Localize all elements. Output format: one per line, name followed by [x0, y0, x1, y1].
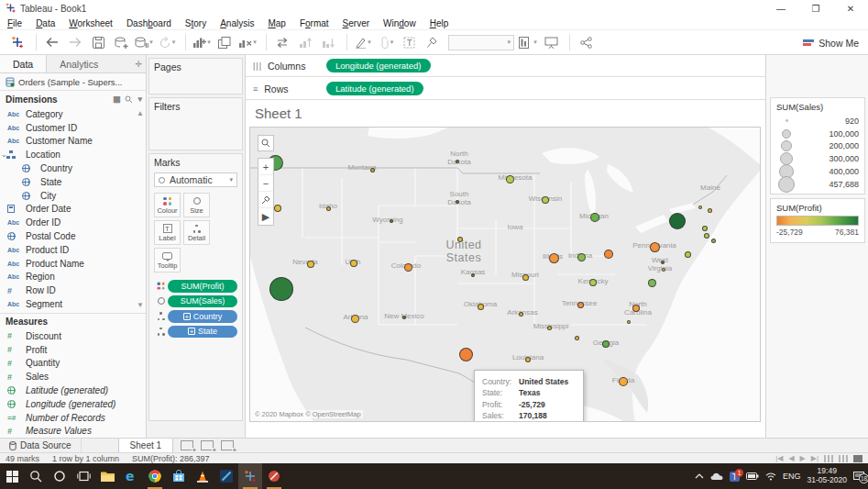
undo-button[interactable] — [42, 32, 62, 52]
action-center-icon[interactable]: 18 — [853, 472, 864, 482]
marks-pill-sum-profit-[interactable]: SUM(Profit) — [154, 280, 237, 293]
new-dashboard-tab-button[interactable] — [201, 440, 214, 450]
map-tools-button[interactable]: ▶ — [258, 208, 273, 225]
dimension-order-date[interactable]: Order Date — [0, 203, 146, 217]
dimension-state[interactable]: State — [0, 175, 146, 189]
minimize-button[interactable]: — — [764, 0, 798, 17]
taskbar-tableau-icon[interactable] — [238, 463, 262, 489]
show-sheet-icon[interactable] — [853, 455, 863, 462]
measure-number-of-records[interactable]: =#Number of Records — [0, 411, 146, 425]
map-mark-oregon[interactable] — [274, 205, 281, 212]
map-mark-connecticut[interactable] — [704, 233, 709, 239]
next-page-icon[interactable]: ▶ — [800, 454, 806, 462]
clock[interactable]: 19:49 31-05-2020 — [808, 467, 847, 485]
dimension-postal-code[interactable]: Postal Code — [0, 229, 146, 243]
map-mark-arizona[interactable] — [351, 315, 359, 323]
sort-ascending-button[interactable] — [295, 32, 315, 52]
duplicate-sheet-button[interactable] — [214, 32, 235, 52]
dimension-customer-name[interactable]: AbcCustomer Name — [0, 135, 146, 149]
data-source-tab[interactable]: Data Source — [0, 439, 82, 452]
sheet-title[interactable]: Sheet 1 — [255, 106, 302, 121]
menu-dashboard[interactable]: Dashboard — [126, 18, 171, 28]
tableau-home-button[interactable] — [7, 32, 27, 52]
fit-axis-button[interactable]: ▾ — [518, 32, 538, 52]
map-mark-ohio[interactable] — [604, 250, 613, 259]
new-worksheet-tab-button[interactable] — [181, 440, 193, 450]
menu-format[interactable]: Format — [300, 18, 329, 28]
annotation-button[interactable]: ▾ — [376, 32, 396, 52]
taskbar-vlc-icon[interactable] — [191, 463, 214, 489]
tab-analytics[interactable]: Analytics — [47, 55, 111, 72]
dimension-row-id[interactable]: #Row ID — [0, 283, 146, 297]
map-mark-north-carolina[interactable] — [632, 305, 640, 312]
measure-latitude-generated-[interactable]: Latitude (generated) — [0, 383, 146, 397]
dimension-region[interactable]: AbcRegion — [0, 271, 146, 284]
dimension-category[interactable]: AbcCategory — [0, 107, 146, 121]
last-page-icon[interactable]: ▶| — [811, 454, 819, 462]
view-data-icon[interactable]: ▦ — [113, 94, 121, 104]
taskbar-start-icon[interactable] — [0, 463, 24, 489]
taskbar-search-icon[interactable] — [24, 463, 48, 489]
close-button[interactable]: ✕ — [833, 0, 868, 17]
map-mark-texas[interactable] — [459, 348, 473, 361]
map-mark-montana[interactable] — [370, 168, 375, 172]
taskbar-cortana-icon[interactable] — [48, 463, 71, 489]
measure-quantity[interactable]: #Quantity — [0, 357, 146, 371]
save-button[interactable] — [88, 32, 108, 52]
colour-button[interactable]: Colour — [154, 193, 181, 217]
map-mark-missouri[interactable] — [522, 274, 529, 281]
sort-fields-icon[interactable]: ▾ — [137, 94, 142, 104]
share-button[interactable] — [576, 32, 596, 52]
map-mark-wisconsin[interactable] — [542, 196, 549, 204]
rows-pill[interactable]: Latitude (generated) — [326, 82, 423, 95]
map-mark-arkansas[interactable] — [519, 312, 523, 317]
teams-icon[interactable]: T1 — [730, 472, 740, 482]
fit-selector[interactable]: ▾ — [448, 35, 514, 50]
map-search-button[interactable] — [258, 135, 274, 151]
show-me-button[interactable]: Show Me — [803, 30, 859, 55]
menu-data[interactable]: Data — [36, 18, 55, 28]
map-mark-south-carolina[interactable] — [627, 320, 631, 324]
clear-sheet-button[interactable]: ▾ — [237, 32, 258, 52]
onedrive-icon[interactable] — [710, 472, 723, 481]
measure-profit[interactable]: #Profit — [0, 343, 146, 357]
map-mark-massachusetts[interactable] — [702, 226, 708, 231]
menu-map[interactable]: Map — [268, 18, 285, 28]
map-mark-wyoming[interactable] — [390, 219, 393, 223]
map-mark-tennessee[interactable] — [577, 302, 584, 308]
sort-descending-button[interactable] — [318, 32, 338, 52]
measure-sales[interactable]: #Sales — [0, 370, 146, 383]
taskbar-taskview-icon[interactable] — [71, 463, 95, 489]
map-mark-new-york[interactable] — [669, 213, 686, 229]
pin-icon[interactable]: ✛ — [135, 60, 142, 69]
measure-longitude-generated-[interactable]: Longitude (generated) — [0, 397, 146, 411]
show-filmstrip-icon[interactable] — [839, 455, 848, 462]
menu-story[interactable]: Story — [185, 18, 206, 28]
map-mark-rhode-island[interactable] — [711, 239, 716, 243]
language-indicator[interactable]: ENG — [783, 472, 801, 481]
dimension-location[interactable]: ⌄Location — [0, 148, 146, 161]
map-mark-california[interactable] — [269, 277, 293, 301]
fix-axes-button[interactable] — [422, 32, 442, 52]
first-page-icon[interactable]: |◀ — [775, 454, 783, 462]
measure-discount[interactable]: #Discount — [0, 329, 146, 343]
map-mark-new-hampshire[interactable] — [708, 208, 712, 213]
taskbar-edge-icon[interactable]: e — [119, 463, 143, 489]
dimension-city[interactable]: City — [0, 189, 146, 203]
map-mark-west-virginia[interactable] — [661, 261, 665, 264]
map-mark-mississippi[interactable] — [547, 326, 552, 330]
map-mark-colorado[interactable] — [404, 263, 412, 272]
presentation-mode-button[interactable] — [541, 32, 561, 52]
label-button[interactable]: TLabel — [154, 220, 181, 245]
map-mark-georgia[interactable] — [602, 340, 610, 348]
filters-shelf[interactable]: Filters — [148, 97, 243, 150]
measure-measure-values[interactable]: #Measure Values — [0, 425, 146, 439]
detail-button[interactable]: Detail — [183, 220, 210, 245]
menu-help[interactable]: Help — [430, 18, 449, 28]
map-mark-indiana[interactable] — [577, 253, 586, 261]
data-source-connection[interactable]: Orders (Sample - Supers... — [0, 73, 146, 91]
dimension-country[interactable]: Country — [0, 161, 146, 175]
map-mark-minnesota[interactable] — [506, 175, 514, 183]
map-mark-new-mexico[interactable] — [402, 316, 406, 319]
map-mark-oklahoma[interactable] — [478, 304, 484, 310]
